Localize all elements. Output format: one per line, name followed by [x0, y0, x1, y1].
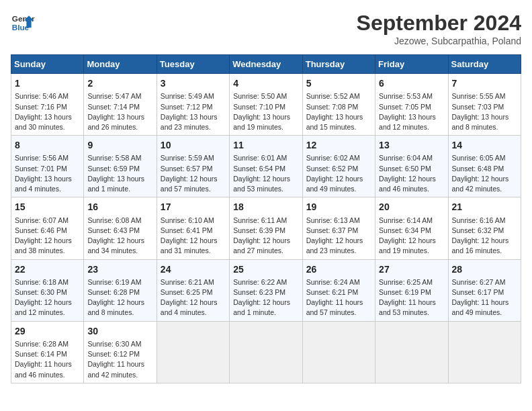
day-info: Sunrise: 6:16 AM Sunset: 6:32 PM Dayligh… — [452, 216, 517, 257]
day-info: Sunrise: 6:13 AM Sunset: 6:37 PM Dayligh… — [306, 216, 371, 257]
day-number: 25 — [233, 263, 298, 276]
day-cell: 26Sunrise: 6:24 AM Sunset: 6:21 PM Dayli… — [302, 259, 375, 321]
day-cell: 3Sunrise: 5:49 AM Sunset: 7:12 PM Daylig… — [157, 74, 229, 136]
day-cell: 8Sunrise: 5:56 AM Sunset: 7:01 PM Daylig… — [11, 136, 84, 197]
day-cell: 28Sunrise: 6:27 AM Sunset: 6:17 PM Dayli… — [448, 259, 521, 321]
day-number: 8 — [15, 138, 80, 152]
day-number: 10 — [161, 138, 226, 152]
day-cell — [375, 321, 448, 383]
day-info: Sunrise: 6:05 AM Sunset: 6:48 PM Dayligh… — [452, 153, 517, 194]
day-cell: 6Sunrise: 5:53 AM Sunset: 7:05 PM Daylig… — [375, 74, 448, 136]
day-info: Sunrise: 6:07 AM Sunset: 6:46 PM Dayligh… — [15, 216, 80, 257]
day-number: 19 — [306, 200, 371, 214]
day-number: 26 — [306, 263, 371, 276]
day-info: Sunrise: 6:04 AM Sunset: 6:50 PM Dayligh… — [379, 153, 444, 194]
day-number: 6 — [379, 77, 444, 90]
day-info: Sunrise: 5:59 AM Sunset: 6:57 PM Dayligh… — [161, 153, 226, 194]
day-info: Sunrise: 6:11 AM Sunset: 6:39 PM Dayligh… — [233, 216, 298, 257]
day-cell: 2Sunrise: 5:47 AM Sunset: 7:14 PM Daylig… — [84, 74, 157, 136]
col-header-thursday: Thursday — [302, 55, 375, 74]
day-info: Sunrise: 5:49 AM Sunset: 7:12 PM Dayligh… — [161, 91, 226, 132]
day-cell — [302, 321, 375, 383]
day-number: 14 — [452, 138, 517, 152]
day-cell — [448, 321, 521, 383]
day-number: 23 — [87, 263, 152, 276]
day-number: 16 — [87, 200, 152, 214]
day-info: Sunrise: 6:24 AM Sunset: 6:21 PM Dayligh… — [306, 277, 371, 318]
day-cell: 29Sunrise: 6:28 AM Sunset: 6:14 PM Dayli… — [11, 321, 84, 383]
col-header-wednesday: Wednesday — [230, 55, 302, 74]
day-info: Sunrise: 6:02 AM Sunset: 6:52 PM Dayligh… — [306, 153, 371, 194]
col-header-saturday: Saturday — [448, 55, 521, 74]
day-cell: 22Sunrise: 6:18 AM Sunset: 6:30 PM Dayli… — [11, 259, 84, 321]
calendar-body: 1Sunrise: 5:46 AM Sunset: 7:16 PM Daylig… — [11, 74, 521, 383]
day-info: Sunrise: 5:52 AM Sunset: 7:08 PM Dayligh… — [306, 91, 371, 132]
day-info: Sunrise: 5:56 AM Sunset: 7:01 PM Dayligh… — [15, 153, 80, 194]
calendar-table: SundayMondayTuesdayWednesdayThursdayFrid… — [11, 54, 521, 383]
month-title: September 2024 — [357, 11, 521, 36]
day-number: 4 — [233, 77, 298, 90]
day-number: 7 — [452, 77, 517, 90]
day-number: 5 — [306, 77, 371, 90]
day-number: 22 — [15, 263, 80, 276]
title-area: September 2024 Jezowe, Subcarpathia, Pol… — [357, 11, 521, 46]
day-number: 13 — [379, 138, 444, 152]
day-number: 27 — [379, 263, 444, 276]
day-cell: 4Sunrise: 5:50 AM Sunset: 7:10 PM Daylig… — [230, 74, 302, 136]
day-info: Sunrise: 6:08 AM Sunset: 6:43 PM Dayligh… — [87, 216, 152, 257]
day-cell: 9Sunrise: 5:58 AM Sunset: 6:59 PM Daylig… — [84, 136, 157, 197]
day-info: Sunrise: 5:46 AM Sunset: 7:16 PM Dayligh… — [15, 91, 80, 132]
day-number: 1 — [15, 77, 80, 90]
day-cell: 21Sunrise: 6:16 AM Sunset: 6:32 PM Dayli… — [448, 197, 521, 259]
day-cell: 7Sunrise: 5:55 AM Sunset: 7:03 PM Daylig… — [448, 74, 521, 136]
day-number: 18 — [233, 200, 298, 214]
calendar-header-row: SundayMondayTuesdayWednesdayThursdayFrid… — [11, 55, 521, 74]
col-header-friday: Friday — [375, 55, 448, 74]
day-number: 17 — [161, 200, 226, 214]
week-row-3: 15Sunrise: 6:07 AM Sunset: 6:46 PM Dayli… — [11, 197, 521, 259]
day-cell: 18Sunrise: 6:11 AM Sunset: 6:39 PM Dayli… — [230, 197, 302, 259]
day-info: Sunrise: 6:10 AM Sunset: 6:41 PM Dayligh… — [161, 216, 226, 257]
day-number: 2 — [87, 77, 152, 90]
day-cell: 20Sunrise: 6:14 AM Sunset: 6:34 PM Dayli… — [375, 197, 448, 259]
week-row-4: 22Sunrise: 6:18 AM Sunset: 6:30 PM Dayli… — [11, 259, 521, 321]
week-row-2: 8Sunrise: 5:56 AM Sunset: 7:01 PM Daylig… — [11, 136, 521, 197]
day-cell: 16Sunrise: 6:08 AM Sunset: 6:43 PM Dayli… — [84, 197, 157, 259]
day-cell: 30Sunrise: 6:30 AM Sunset: 6:12 PM Dayli… — [84, 321, 157, 383]
day-cell: 10Sunrise: 5:59 AM Sunset: 6:57 PM Dayli… — [157, 136, 229, 197]
day-info: Sunrise: 6:22 AM Sunset: 6:23 PM Dayligh… — [233, 277, 298, 318]
day-cell: 1Sunrise: 5:46 AM Sunset: 7:16 PM Daylig… — [11, 74, 84, 136]
day-cell: 27Sunrise: 6:25 AM Sunset: 6:19 PM Dayli… — [375, 259, 448, 321]
day-cell: 17Sunrise: 6:10 AM Sunset: 6:41 PM Dayli… — [157, 197, 229, 259]
day-number: 15 — [15, 200, 80, 214]
day-number: 3 — [161, 77, 226, 90]
day-info: Sunrise: 5:47 AM Sunset: 7:14 PM Dayligh… — [87, 91, 152, 132]
day-info: Sunrise: 5:50 AM Sunset: 7:10 PM Dayligh… — [233, 91, 298, 132]
day-number: 24 — [161, 263, 226, 276]
day-number: 20 — [379, 200, 444, 214]
day-info: Sunrise: 5:55 AM Sunset: 7:03 PM Dayligh… — [452, 91, 517, 132]
day-cell: 15Sunrise: 6:07 AM Sunset: 6:46 PM Dayli… — [11, 197, 84, 259]
day-cell: 13Sunrise: 6:04 AM Sunset: 6:50 PM Dayli… — [375, 136, 448, 197]
day-info: Sunrise: 6:19 AM Sunset: 6:28 PM Dayligh… — [87, 277, 152, 318]
day-cell: 19Sunrise: 6:13 AM Sunset: 6:37 PM Dayli… — [302, 197, 375, 259]
day-info: Sunrise: 6:14 AM Sunset: 6:34 PM Dayligh… — [379, 216, 444, 257]
logo: General Blue — [11, 11, 35, 35]
day-info: Sunrise: 6:01 AM Sunset: 6:54 PM Dayligh… — [233, 153, 298, 194]
week-row-5: 29Sunrise: 6:28 AM Sunset: 6:14 PM Dayli… — [11, 321, 521, 383]
day-info: Sunrise: 5:58 AM Sunset: 6:59 PM Dayligh… — [87, 153, 152, 194]
day-cell — [157, 321, 229, 383]
day-cell: 11Sunrise: 6:01 AM Sunset: 6:54 PM Dayli… — [230, 136, 302, 197]
week-row-1: 1Sunrise: 5:46 AM Sunset: 7:16 PM Daylig… — [11, 74, 521, 136]
day-number: 12 — [306, 138, 371, 152]
day-info: Sunrise: 6:28 AM Sunset: 6:14 PM Dayligh… — [15, 339, 80, 380]
day-info: Sunrise: 6:21 AM Sunset: 6:25 PM Dayligh… — [161, 277, 226, 318]
day-info: Sunrise: 6:25 AM Sunset: 6:19 PM Dayligh… — [379, 277, 444, 318]
page-header: General Blue September 2024 Jezowe, Subc… — [11, 11, 521, 46]
day-info: Sunrise: 6:27 AM Sunset: 6:17 PM Dayligh… — [452, 277, 517, 318]
day-number: 11 — [233, 138, 298, 152]
day-cell: 24Sunrise: 6:21 AM Sunset: 6:25 PM Dayli… — [157, 259, 229, 321]
day-number: 28 — [452, 263, 517, 276]
day-number: 21 — [452, 200, 517, 214]
day-cell — [230, 321, 302, 383]
